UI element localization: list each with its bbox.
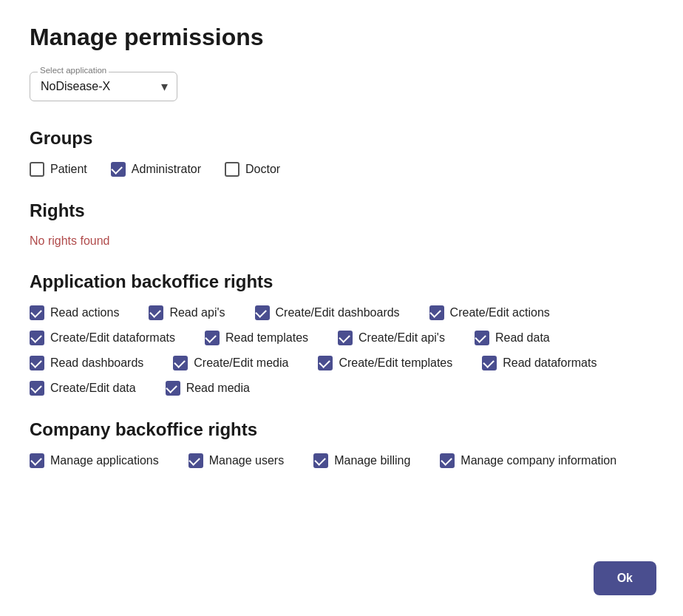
- list-item[interactable]: Create/Edit media: [173, 356, 288, 370]
- right-label: Read actions: [50, 306, 119, 319]
- right-checkbox[interactable]: [30, 305, 44, 320]
- company-backoffice-grid: Manage applicationsManage usersManage bi…: [30, 453, 653, 468]
- list-item[interactable]: Manage applications: [30, 453, 159, 468]
- list-item[interactable]: Read data: [475, 331, 550, 345]
- select-value: NoDisease-X: [41, 80, 110, 92]
- rights-heading: Rights: [30, 200, 653, 221]
- right-checkbox[interactable]: [313, 453, 328, 468]
- right-label: Manage company information: [461, 454, 616, 467]
- groups-heading: Groups: [30, 128, 653, 149]
- application-select[interactable]: Select application NoDisease-X ▾: [30, 72, 177, 101]
- group-checkbox-doctor[interactable]: [225, 162, 239, 177]
- list-item[interactable]: Read api's: [149, 305, 225, 320]
- group-checkbox-administrator[interactable]: [111, 162, 126, 177]
- rights-row: Create/Edit dataformatsRead templatesCre…: [30, 331, 653, 345]
- right-checkbox[interactable]: [338, 331, 353, 345]
- chevron-down-icon: ▾: [161, 79, 168, 95]
- list-item[interactable]: Read dashboards: [30, 356, 143, 370]
- right-checkbox[interactable]: [475, 331, 489, 345]
- list-item[interactable]: Manage company information: [440, 453, 616, 468]
- right-checkbox[interactable]: [30, 453, 44, 468]
- rights-row: Read dashboardsCreate/Edit mediaCreate/E…: [30, 356, 653, 370]
- right-checkbox[interactable]: [205, 331, 220, 345]
- right-label: Read templates: [225, 331, 308, 345]
- list-item[interactable]: Read templates: [205, 331, 308, 345]
- right-checkbox[interactable]: [173, 356, 188, 370]
- right-label: Manage billing: [334, 454, 410, 467]
- page-title: Manage permissions: [30, 24, 653, 51]
- right-checkbox[interactable]: [30, 331, 44, 345]
- right-checkbox[interactable]: [188, 453, 203, 468]
- right-label: Read dataformats: [503, 356, 597, 370]
- right-label: Manage users: [209, 454, 284, 467]
- right-checkbox[interactable]: [429, 305, 444, 320]
- group-label-administrator: Administrator: [132, 163, 201, 176]
- list-item[interactable]: Read dataformats: [482, 356, 597, 370]
- right-checkbox[interactable]: [166, 381, 180, 396]
- list-item[interactable]: Create/Edit api's: [338, 331, 445, 345]
- list-item[interactable]: Create/Edit dataformats: [30, 331, 175, 345]
- right-label: Create/Edit api's: [359, 331, 445, 345]
- list-item[interactable]: Create/Edit data: [30, 381, 136, 396]
- list-item[interactable]: Read actions: [30, 305, 119, 320]
- right-checkbox[interactable]: [440, 453, 455, 468]
- list-item[interactable]: Create/Edit templates: [318, 356, 452, 370]
- list-item[interactable]: Manage billing: [313, 453, 410, 468]
- groups-section: Groups PatientAdministratorDoctor: [30, 128, 653, 177]
- select-label: Select application: [38, 66, 109, 75]
- right-label: Create/Edit data: [50, 382, 136, 395]
- list-item[interactable]: Read media: [166, 381, 250, 396]
- right-label: Read data: [495, 331, 550, 345]
- group-label-patient: Patient: [50, 163, 87, 176]
- app-backoffice-grid: Read actionsRead api'sCreate/Edit dashbo…: [30, 305, 653, 396]
- right-label: Create/Edit dashboards: [276, 306, 400, 319]
- company-backoffice-section: Company backoffice rights Manage applica…: [30, 419, 653, 468]
- list-item[interactable]: Manage users: [188, 453, 284, 468]
- rights-section: Rights No rights found: [30, 200, 653, 248]
- right-label: Create/Edit actions: [450, 306, 550, 319]
- right-label: Read dashboards: [50, 356, 143, 370]
- group-checkbox-patient[interactable]: [30, 162, 44, 177]
- right-checkbox[interactable]: [318, 356, 333, 370]
- list-item[interactable]: Create/Edit actions: [429, 305, 550, 320]
- groups-row: PatientAdministratorDoctor: [30, 162, 653, 177]
- group-label-doctor: Doctor: [245, 163, 280, 176]
- company-backoffice-heading: Company backoffice rights: [30, 419, 653, 440]
- list-item[interactable]: Create/Edit dashboards: [255, 305, 400, 320]
- group-item-patient[interactable]: Patient: [30, 162, 87, 177]
- right-label: Create/Edit media: [194, 356, 288, 370]
- right-label: Read api's: [169, 306, 225, 319]
- rights-row: Manage applicationsManage usersManage bi…: [30, 453, 653, 468]
- no-rights-text: No rights found: [30, 234, 653, 248]
- rights-row: Read actionsRead api'sCreate/Edit dashbo…: [30, 305, 653, 320]
- right-label: Create/Edit dataformats: [50, 331, 175, 345]
- right-checkbox[interactable]: [149, 305, 163, 320]
- right-checkbox[interactable]: [255, 305, 270, 320]
- group-item-doctor[interactable]: Doctor: [225, 162, 280, 177]
- app-backoffice-heading: Application backoffice rights: [30, 271, 653, 292]
- right-checkbox[interactable]: [482, 356, 497, 370]
- right-label: Create/Edit templates: [339, 356, 452, 370]
- rights-row: Create/Edit dataRead media: [30, 381, 653, 396]
- right-checkbox[interactable]: [30, 381, 44, 396]
- group-item-administrator[interactable]: Administrator: [111, 162, 201, 177]
- right-label: Manage applications: [50, 454, 159, 467]
- right-checkbox[interactable]: [30, 356, 44, 370]
- app-backoffice-section: Application backoffice rights Read actio…: [30, 271, 653, 396]
- right-label: Read media: [186, 382, 250, 395]
